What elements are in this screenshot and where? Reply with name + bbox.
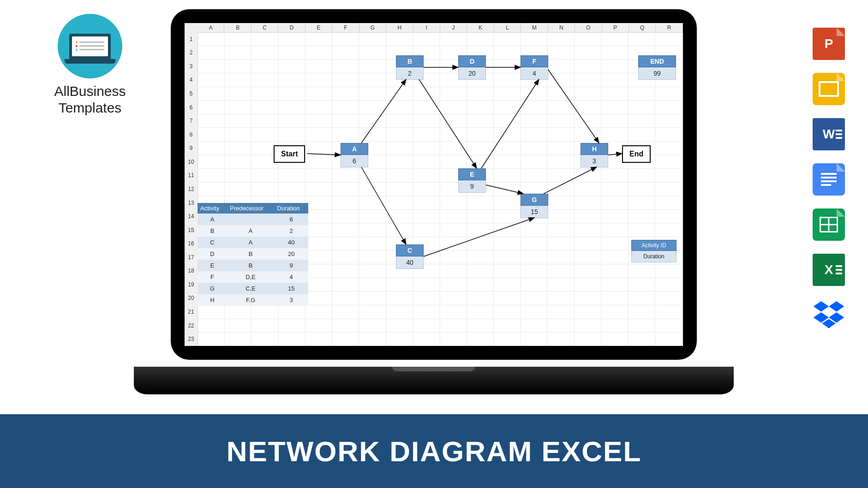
row-header: 11: [185, 169, 198, 183]
grid-area: ActivityPredecessorDuration A6BA2CA40DB2…: [198, 32, 683, 346]
col-header: A: [198, 23, 224, 32]
spreadsheet-screen: ABCDEFGHIJKLMNOPQR 123456789101112131415…: [185, 23, 683, 346]
activity-node-C: C40: [396, 244, 424, 269]
row-header: 6: [185, 101, 198, 114]
col-header: R: [656, 23, 682, 32]
brand-logo-circle: [58, 14, 122, 78]
col-header: Q: [629, 23, 656, 32]
col-header: E: [305, 23, 332, 32]
app-icons-sidebar: P W X: [813, 28, 845, 331]
sheet-corner: [185, 23, 198, 33]
row-header: 2: [185, 46, 198, 60]
col-header: J: [440, 23, 467, 32]
start-block: Start: [274, 145, 305, 163]
page-title: NETWORK DIAGRAM EXCEL: [227, 435, 642, 468]
row-header: 3: [185, 60, 198, 73]
table-header: Predecessor: [227, 203, 274, 214]
table-header: Activity: [198, 203, 227, 214]
col-header: F: [332, 23, 359, 32]
row-header: 15: [185, 223, 198, 237]
row-header: 23: [185, 332, 198, 346]
row-header: 20: [185, 292, 198, 305]
row-header: 14: [185, 209, 198, 223]
activity-node-E: E9: [458, 168, 486, 193]
row-header: 13: [185, 196, 198, 210]
table-row: BA2: [198, 225, 308, 237]
end-summary-node: END 99: [638, 55, 666, 80]
activity-node-F: F4: [521, 55, 548, 80]
column-headers: ABCDEFGHIJKLMNOPQR: [198, 23, 683, 33]
col-header: M: [521, 23, 548, 32]
activity-node-D: D20: [458, 55, 486, 80]
end-block: End: [622, 145, 651, 163]
row-header: 8: [185, 128, 198, 142]
row-header: 10: [185, 155, 198, 169]
col-header: I: [413, 23, 440, 32]
col-header: L: [494, 23, 521, 32]
activity-node-B: B2: [396, 55, 424, 80]
activity-node-G: G15: [521, 194, 548, 218]
row-header: 12: [185, 182, 198, 196]
table-row: DB20: [198, 248, 308, 260]
col-header: B: [224, 23, 251, 32]
laptop-mockup: ABCDEFGHIJKLMNOPQR 123456789101112131415…: [171, 9, 697, 378]
brand-logo: AllBusiness Templates: [37, 14, 143, 116]
row-header: 4: [185, 73, 198, 87]
dropbox-icon[interactable]: [813, 299, 845, 331]
row-header: 18: [185, 264, 198, 278]
col-header: D: [278, 23, 305, 32]
table-row: EB9: [198, 260, 308, 271]
title-band: NETWORK DIAGRAM EXCEL: [0, 414, 868, 488]
row-header: 19: [185, 278, 198, 292]
brand-logo-laptop-icon: [69, 34, 111, 59]
col-header: C: [251, 23, 278, 32]
legend-node: Activity ID Duration: [631, 240, 659, 262]
brand-name: AllBusiness Templates: [37, 83, 143, 116]
google-slides-icon[interactable]: [813, 73, 845, 105]
activity-node-A: A6: [341, 143, 368, 167]
activity-table: ActivityPredecessorDuration A6BA2CA40DB2…: [198, 203, 308, 306]
col-header: O: [575, 23, 602, 32]
row-header: 7: [185, 114, 198, 128]
table-row: A6: [198, 214, 308, 225]
table-header: Duration: [274, 203, 308, 214]
row-header: 5: [185, 87, 198, 101]
table-row: GC,E15: [198, 283, 308, 294]
table-row: CA40: [198, 237, 308, 248]
row-header: 9: [185, 142, 198, 155]
col-header: P: [602, 23, 629, 32]
google-sheets-icon[interactable]: [813, 208, 845, 241]
table-row: FD,E4: [198, 271, 308, 283]
table-row: HF,G3: [198, 294, 308, 306]
activity-node-H: H3: [581, 143, 608, 167]
excel-icon[interactable]: X: [813, 254, 845, 286]
col-header: N: [548, 23, 575, 32]
row-header: 16: [185, 237, 198, 250]
row-header: 17: [185, 250, 198, 264]
laptop-base: [134, 367, 734, 394]
google-docs-icon[interactable]: [813, 163, 845, 196]
row-header: 1: [185, 32, 198, 46]
row-headers: 1234567891011121314151617181920212223: [185, 32, 198, 346]
powerpoint-icon[interactable]: P: [813, 28, 845, 60]
row-header: 22: [185, 319, 198, 333]
word-icon[interactable]: W: [813, 118, 845, 150]
col-header: H: [386, 23, 413, 32]
row-header: 21: [185, 305, 198, 319]
col-header: K: [467, 23, 494, 32]
col-header: G: [359, 23, 386, 32]
